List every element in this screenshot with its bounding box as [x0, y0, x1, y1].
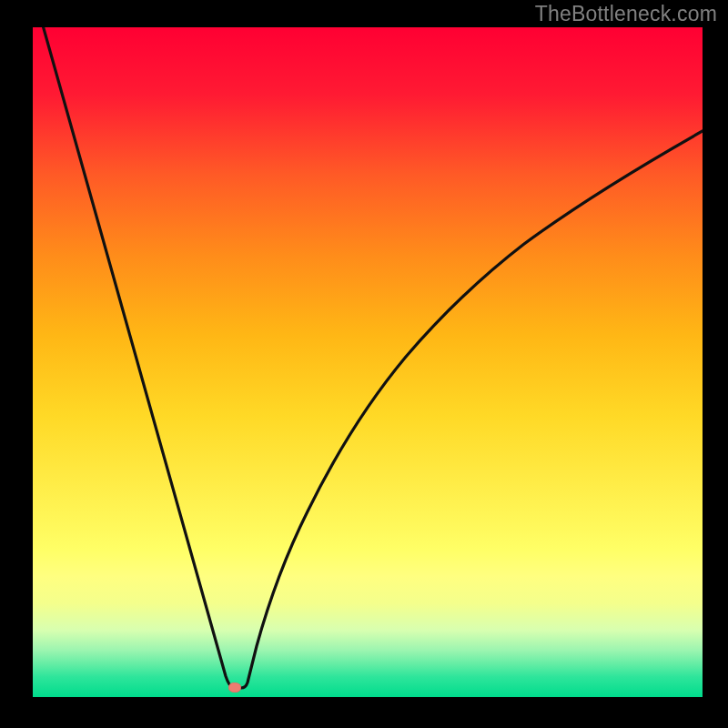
chart-frame: TheBottleneck.com	[0, 0, 728, 728]
plot-area	[33, 27, 703, 697]
minimum-marker	[228, 682, 241, 693]
curve-path	[38, 27, 703, 688]
bottleneck-curve	[33, 27, 703, 697]
watermark-text: TheBottleneck.com	[535, 2, 717, 26]
